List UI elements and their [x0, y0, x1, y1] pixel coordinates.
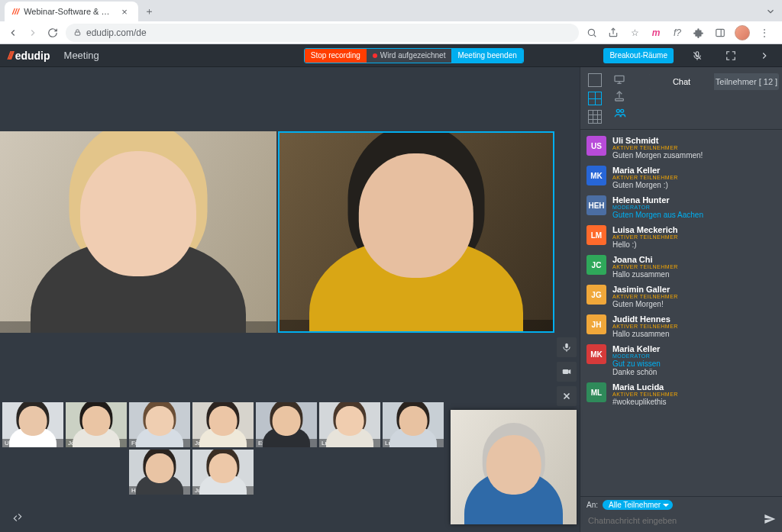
compose-to-label: An:	[586, 501, 598, 509]
search-icon[interactable]	[585, 26, 599, 40]
chat-message: JCJoana ChiAKTIVER TEILNEHMERHallo zusam…	[580, 252, 782, 282]
participant-thumbnail[interactable]: Uli Schmidt	[2, 402, 63, 447]
recording-dot-icon	[373, 53, 377, 58]
app-logo: /// edudip	[8, 50, 50, 62]
breakout-rooms-button[interactable]: Breakout-Räume	[603, 48, 674, 63]
chat-role: AKTIVER TEILNEHMER	[612, 234, 776, 240]
participant-thumbnail[interactable]: Judidt Hennes	[192, 450, 254, 495]
chat-text: Danke schön	[612, 368, 776, 376]
chat-role: AKTIVER TEILNEHMER	[612, 294, 776, 299]
extensions-icon[interactable]	[692, 26, 706, 40]
chat-message: MKMaria KellerMODERATORGut zu wissenDank…	[580, 341, 782, 379]
chat-message: HEHHelena HunterMODERATORGuten Morgen au…	[580, 192, 782, 222]
chat-role: AKTIVER TEILNEHMER	[612, 324, 776, 329]
nav-forward-icon[interactable]	[26, 26, 40, 40]
thumbnail-video	[192, 402, 254, 447]
chat-message: MLMaria LucidaAKTIVER TEILNEHMER#wokeupl…	[580, 379, 782, 409]
extension-f-icon[interactable]: f?	[671, 26, 684, 40]
bookmark-icon[interactable]: ☆	[628, 26, 641, 40]
participant-thumbnail[interactable]: Lucida	[383, 402, 444, 447]
chat-avatar: ML	[586, 382, 606, 402]
presentation-icon[interactable]	[612, 73, 626, 85]
brand-text: edudip	[15, 50, 50, 62]
participant-thumbnail[interactable]: Joana Chi	[66, 402, 127, 447]
pip-tile[interactable]: Leo Brühl	[451, 410, 577, 524]
thumbnail-video	[319, 402, 380, 447]
chat-input[interactable]	[586, 515, 758, 526]
participant-thumbnail[interactable]: Hendrick Mayer	[129, 450, 190, 495]
chat-author: Jasimin Galler	[612, 285, 776, 294]
tab-chat[interactable]: Chat	[649, 73, 714, 90]
sidebar: Chat Teilnehmer [ 12 ] USUli SchmidtAKTI…	[580, 67, 782, 532]
audience-select[interactable]: Alle Teilnehmer	[603, 500, 673, 510]
layout-2x2-icon[interactable]	[588, 92, 602, 105]
new-tab-button[interactable]: ＋	[143, 5, 155, 18]
tab-strip: /// Webinar-Software & Video-Ko × ＋	[0, 0, 782, 21]
participant-thumbnail[interactable]: Luisa Meckerich	[319, 402, 380, 447]
chat-message: USUli SchmidtAKTIVER TEILNEHMERGuten Mor…	[580, 133, 782, 163]
stage: Helena Hunter Maria Keller Uli SchmidtJo…	[0, 67, 580, 532]
recording-status-text: Wird aufgezeichnet	[380, 51, 446, 60]
tab-close-icon[interactable]: ×	[118, 6, 131, 18]
chat-message: JGJasimin GallerAKTIVER TEILNEHMERGuten …	[580, 282, 782, 311]
participant-thumbnails: Uli SchmidtJoana ChiFrank HünderJasmin G…	[0, 400, 449, 497]
main: Helena Hunter Maria Keller Uli SchmidtJo…	[0, 67, 782, 532]
layout-3x3-icon[interactable]	[588, 110, 602, 124]
url-text: edudip.com/de	[86, 27, 147, 38]
layout-single-icon[interactable]	[588, 73, 602, 87]
tools-icon[interactable]	[8, 508, 27, 527]
browser-tab[interactable]: /// Webinar-Software & Video-Ko ×	[5, 2, 138, 21]
participant-thumbnail[interactable]: Frank Hünder	[129, 402, 190, 447]
fullscreen-icon[interactable]	[721, 46, 741, 66]
chat-message: LMLuisa MeckerichAKTIVER TEILNEHMERHello…	[580, 222, 782, 252]
panel-toggle-icon[interactable]	[755, 46, 774, 66]
url-field[interactable]: edudip.com/de	[66, 24, 579, 42]
pip-video	[451, 410, 577, 524]
chat-role: AKTIVER TEILNEHMER	[612, 392, 776, 397]
logo-stripes-icon: ///	[8, 50, 12, 62]
pip-camera-icon[interactable]	[557, 362, 577, 382]
speaker-tile-active[interactable]: Maria Keller	[278, 131, 554, 333]
thumbnail-video	[192, 450, 254, 495]
chrome-menu-icon[interactable]: ⋮	[758, 26, 771, 40]
mic-muted-icon[interactable]	[687, 46, 707, 66]
nav-reload-icon[interactable]	[46, 26, 60, 40]
upload-icon[interactable]	[612, 90, 626, 102]
speakers-row: Helena Hunter Maria Keller	[0, 131, 580, 333]
participant-thumbnail[interactable]: Jasmin Galler	[192, 402, 254, 447]
window-chevron-icon[interactable]	[764, 5, 777, 18]
svg-point-19	[616, 109, 619, 112]
chat-role: AKTIVER TEILNEHMER	[612, 264, 776, 269]
layout-controls: Chat Teilnehmer [ 12 ]	[580, 67, 782, 130]
pip-mic-icon[interactable]	[557, 337, 577, 357]
sidepanel-icon[interactable]	[713, 26, 727, 40]
chat-author: Maria Keller	[612, 166, 776, 175]
thumbnail-video	[66, 402, 127, 447]
thumbnail-video	[256, 402, 317, 447]
chat-text: Guten Morgen aus Aachen	[612, 211, 776, 219]
extension-m-icon[interactable]: m	[649, 26, 663, 40]
share-icon[interactable]	[606, 26, 620, 40]
svg-rect-11	[563, 369, 569, 374]
end-meeting-button[interactable]: Meeting beenden	[451, 48, 522, 63]
chat-list[interactable]: USUli SchmidtAKTIVER TEILNEHMERGuten Mor…	[580, 130, 782, 496]
sidebar-tabs: Chat Teilnehmer [ 12 ]	[649, 73, 779, 90]
speaker-tile[interactable]: Helena Hunter	[0, 131, 276, 333]
participant-thumbnail[interactable]: Eric Recker	[256, 402, 317, 447]
svg-rect-15	[615, 76, 624, 81]
pip-close-icon[interactable]	[557, 386, 577, 406]
chrome-actions: ☆ m f? ⋮	[585, 25, 776, 40]
participants-icon[interactable]	[612, 107, 628, 119]
send-icon[interactable]	[764, 513, 776, 527]
chat-role: MODERATOR	[612, 205, 776, 210]
speaker-video	[0, 131, 276, 333]
address-bar: edudip.com/de ☆ m f? ⋮	[0, 21, 782, 44]
nav-back-icon[interactable]	[6, 26, 20, 40]
stop-recording-button[interactable]: Stop recording	[305, 48, 367, 63]
chat-avatar: JG	[586, 285, 606, 305]
section-label: Meeting	[64, 50, 99, 61]
chat-compose: An: Alle Teilnehmer	[580, 496, 782, 532]
chat-author: Helena Hunter	[612, 195, 776, 205]
tab-participants[interactable]: Teilnehmer [ 12 ]	[714, 73, 779, 90]
profile-avatar[interactable]	[735, 25, 750, 40]
